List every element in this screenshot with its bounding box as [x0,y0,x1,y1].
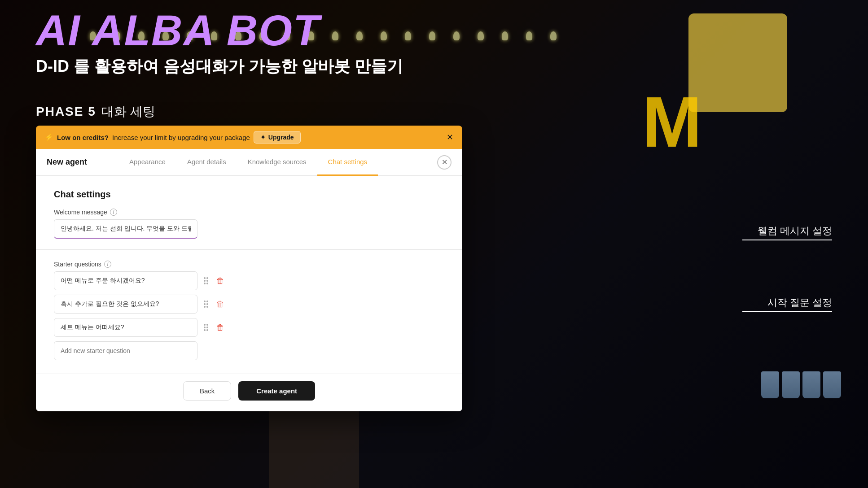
tab-knowledge-sources[interactable]: Knowledge sources [237,149,317,176]
modal-wrapper: ⚡ Low on credits? Increase your limit by… [36,126,462,411]
welcome-message-input[interactable] [54,219,197,239]
add-question-row [54,341,444,360]
chat-settings-title: Chat settings [54,189,444,200]
phase-section: PHASE 5 대화 세팅 [36,103,155,120]
annotation-starter-text: 시작 질문 설정 [742,296,832,309]
nav-tabs: Appearance Agent details Knowledge sourc… [118,149,437,175]
starter-questions-label: Starter questions i [54,261,444,268]
banner-lightning-icon: ⚡ [45,133,53,141]
modal-title: New agent [47,157,101,167]
main-title: AI ALBA BOT [36,9,403,52]
tab-agent-details[interactable]: Agent details [176,149,237,176]
starter-question-row-3: 🗑 [54,318,444,337]
starter-question-input-3[interactable] [54,318,197,337]
annotation-welcome-text: 웰컴 메시지 설정 [742,224,832,238]
drag-dots-1 [204,277,208,284]
drag-dots-2 [204,301,208,308]
drag-handle-1[interactable] [202,275,210,286]
banner-close-button[interactable]: ✕ [447,132,453,142]
top-section: AI ALBA BOT D-ID 를 활용하여 음성대화가 가능한 알바봇 만들… [36,9,403,78]
modal-body: Chat settings Welcome message i Starter … [36,176,462,374]
banner-left: ⚡ Low on credits? Increase your limit by… [45,131,301,144]
create-agent-button[interactable]: Create agent [238,381,315,401]
modal-nav: New agent Appearance Agent details Knowl… [36,149,462,176]
cup-2 [782,371,800,398]
starter-questions-list: 🗑 🗑 [54,271,444,337]
tab-appearance[interactable]: Appearance [118,149,176,176]
delete-question-3-button[interactable]: 🗑 [215,321,226,334]
starter-question-row-2: 🗑 [54,295,444,314]
modal-footer: Back Create agent [36,374,462,411]
subtitle-did: D-ID [36,57,69,75]
upgrade-label: Upgrade [268,134,294,141]
drag-handle-3[interactable] [202,322,210,333]
cups-decoration [761,371,841,398]
phase-label: PHASE 5 [36,105,96,119]
welcome-message-label: Welcome message i [54,209,444,216]
annotation-starter-line [742,311,832,312]
low-credits-banner: ⚡ Low on credits? Increase your limit by… [36,126,462,149]
cup-3 [802,371,820,398]
modal-content: New agent Appearance Agent details Knowl… [36,149,462,411]
phase-desc: 대화 세팅 [101,103,155,120]
modal-close-button[interactable]: ✕ [437,155,452,170]
starter-question-input-1[interactable] [54,271,197,290]
annotation-starter: 시작 질문 설정 [742,296,832,312]
banner-normal-text: Increase your limit by upgrading your pa… [112,134,250,141]
add-starter-question-input[interactable] [54,341,197,360]
annotation-welcome-line [742,240,832,240]
cup-1 [761,371,779,398]
divider-1 [36,249,462,250]
upgrade-button[interactable]: ✦ Upgrade [254,131,301,144]
upgrade-icon: ✦ [260,134,266,141]
annotation-welcome: 웰컴 메시지 설정 [742,224,832,240]
tab-chat-settings[interactable]: Chat settings [317,149,378,176]
welcome-info-icon: i [110,209,117,216]
subtitle: D-ID 를 활용하여 음성대화가 가능한 알바봇 만들기 [36,56,403,78]
cup-4 [823,371,841,398]
delete-question-2-button[interactable]: 🗑 [215,298,226,311]
banner-bold-text: Low on credits? [57,134,109,141]
starter-question-row-1: 🗑 [54,271,444,290]
delete-question-1-button[interactable]: 🗑 [215,274,226,288]
bg-arches: M [642,81,697,163]
close-icon: ✕ [442,158,447,166]
drag-dots-3 [204,324,208,331]
drag-handle-2[interactable] [202,299,210,309]
starter-info-icon: i [104,261,111,268]
subtitle-rest: 를 활용하여 음성대화가 가능한 알바봇 만들기 [69,57,403,75]
starter-question-input-2[interactable] [54,295,197,314]
back-button[interactable]: Back [183,381,231,401]
